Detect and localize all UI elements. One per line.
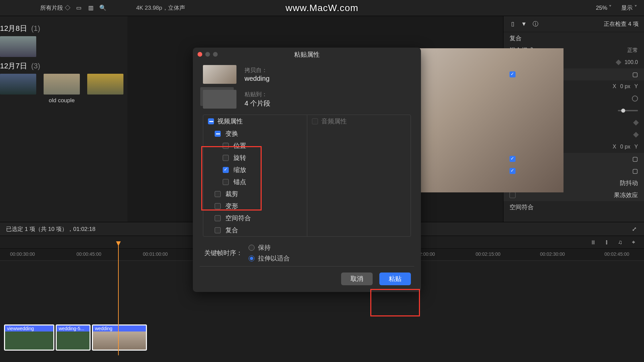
ruler-tick: 00:02:30:00	[540, 251, 565, 257]
attr-spatial[interactable]: 空间符合	[225, 214, 251, 223]
dialog-title: 粘贴属性	[294, 50, 320, 59]
attr-rotation[interactable]: 旋转	[233, 154, 246, 162]
paste-to-thumbnail	[203, 90, 236, 109]
keyframe-keep-radio[interactable]	[249, 245, 255, 251]
cancel-button[interactable]: 取消	[341, 273, 373, 285]
attr-position[interactable]: 位置	[233, 141, 246, 150]
clip-thumbnail[interactable]	[87, 74, 123, 104]
playhead[interactable]	[118, 241, 119, 355]
keyframe-stretch-label[interactable]: 拉伸以适合	[258, 254, 290, 263]
audio-attr-checkbox[interactable]	[312, 118, 318, 124]
scale-slider[interactable]	[618, 110, 638, 111]
watermark-text: www.MacW.com	[285, 3, 358, 13]
date-group-header[interactable]: 12月8日 (1)	[0, 19, 127, 36]
attr-distort[interactable]: 变形	[225, 202, 238, 210]
clip-thumbnail[interactable]	[0, 74, 36, 104]
display-dropdown[interactable]: 显示 ˅	[621, 4, 637, 12]
inspector-status: 正在检查 4 项	[604, 20, 639, 28]
keyframe-keep-label[interactable]: 保持	[258, 243, 271, 252]
clip-browser: 12月8日 (1) 12月7日 (3) old couple	[0, 16, 127, 222]
row-spatial[interactable]: 空间符合	[509, 203, 534, 211]
attr-crop[interactable]: 裁剪	[225, 190, 238, 198]
video-attr-checkbox[interactable]	[208, 118, 214, 124]
keyframe-timing-label: 关键帧时序：	[204, 249, 243, 257]
copy-from-label: 拷贝自：	[245, 66, 270, 74]
rotation-checkbox[interactable]	[223, 155, 229, 161]
attr-scale[interactable]: 缩放	[233, 166, 246, 174]
attr-anchor[interactable]: 锚点	[233, 178, 246, 186]
keyframe-icon[interactable]	[633, 132, 639, 138]
list-view-icon[interactable]: ▥	[87, 4, 95, 12]
close-window-icon[interactable]	[198, 52, 202, 57]
zoom-window-icon	[213, 52, 218, 57]
paste-to-value: 4 个片段	[245, 99, 270, 108]
zoom-dropdown[interactable]: 25% ˅	[596, 4, 612, 11]
ruler-tick: 00:02:15:00	[476, 251, 500, 257]
anchor-checkbox[interactable]	[223, 179, 229, 185]
filmstrip-icon[interactable]: ▭	[75, 4, 83, 12]
distort-checkbox[interactable]	[215, 203, 221, 209]
transform-checkbox[interactable]	[215, 131, 221, 137]
crop-checkbox[interactable]	[509, 156, 516, 162]
rotation-dial-icon[interactable]	[632, 96, 638, 102]
clip-label: old couple	[44, 97, 80, 104]
distort-checkbox[interactable]	[509, 168, 516, 174]
paste-attributes-dialog: 粘贴属性 拷贝自： wedding 粘贴到： 4 个片段 视频属性 变换 位置 …	[193, 48, 421, 292]
timeline-clip[interactable]: viewwedding	[4, 324, 54, 351]
timeline-clip[interactable]: wedding-5...	[56, 324, 91, 351]
fullscreen-icon[interactable]: ⤢	[631, 225, 638, 233]
ruler-tick: 00:00:45:00	[76, 251, 101, 257]
copy-from-thumbnail	[203, 65, 236, 84]
compound-checkbox[interactable]	[215, 227, 221, 233]
video-attr-header: 视频属性	[217, 117, 243, 126]
audio-attr-header: 音频属性	[321, 117, 347, 126]
attr-transform[interactable]: 变换	[225, 129, 238, 138]
ruler-tick: 2:00:00	[419, 251, 435, 257]
clip-thumbnail[interactable]: old couple	[44, 74, 80, 104]
attr-compound[interactable]: 复合	[225, 226, 238, 235]
ruler-tick: 00:02:45:00	[604, 251, 629, 257]
keyframe-icon[interactable]	[615, 60, 621, 65]
skimming-icon[interactable]: ⫼	[590, 239, 597, 246]
crop-checkbox[interactable]	[215, 191, 221, 197]
keyframe-icon[interactable]	[633, 120, 639, 126]
format-label: 4K 23.98p，立体声	[136, 4, 185, 12]
date-group-header[interactable]: 12月7日 (3)	[0, 57, 127, 74]
filter-tab-icon[interactable]: ▼	[520, 20, 528, 28]
paste-to-label: 粘贴到：	[245, 90, 270, 98]
video-tab-icon[interactable]: ▯	[509, 20, 516, 28]
row-compound: 复合	[509, 34, 522, 42]
row-rolling[interactable]: 果冻效应	[614, 191, 638, 199]
all-clips-dropdown[interactable]: 所有片段 ◇	[40, 4, 70, 12]
spatial-checkbox[interactable]	[215, 215, 221, 221]
search-icon[interactable]: 🔍	[99, 4, 107, 12]
keyframe-stretch-radio[interactable]	[249, 255, 255, 261]
ruler-tick: 00:00:30:00	[10, 251, 35, 257]
paste-button[interactable]: 粘贴	[379, 273, 411, 285]
row-stabilize[interactable]: 防抖动	[620, 179, 638, 187]
transform-checkbox[interactable]	[509, 71, 516, 77]
scale-checkbox[interactable]	[223, 167, 229, 173]
solo-icon[interactable]: ♫	[616, 239, 624, 246]
info-tab-icon[interactable]: ⓘ	[532, 20, 539, 28]
minimize-window-icon	[205, 52, 210, 57]
position-checkbox[interactable]	[223, 143, 229, 149]
copy-from-value: wedding	[245, 75, 270, 82]
audio-skimming-icon[interactable]: ⫿	[603, 239, 610, 246]
timeline-clip[interactable]: wedding	[92, 324, 147, 351]
rolling-checkbox[interactable]	[509, 192, 516, 198]
snapping-icon[interactable]: ⌖	[630, 239, 637, 246]
clip-thumbnail[interactable]	[0, 36, 36, 57]
ruler-tick: 00:01:00:00	[143, 251, 168, 257]
